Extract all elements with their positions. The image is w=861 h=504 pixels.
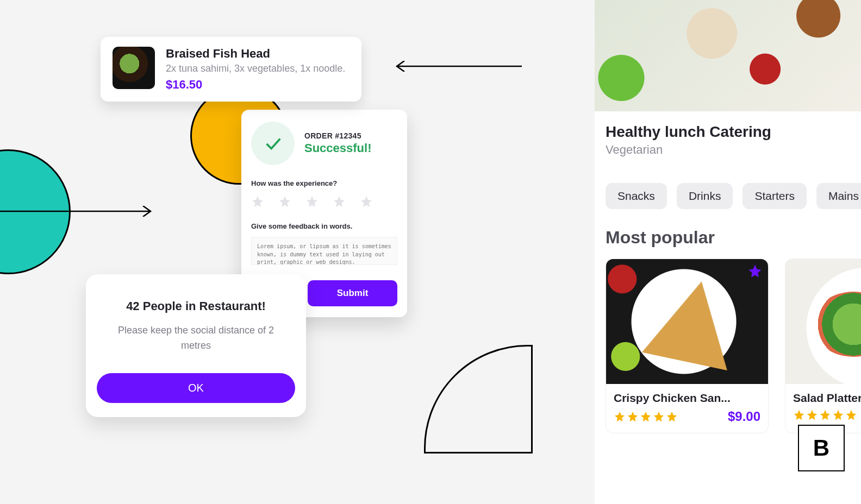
submit-button[interactable]: Submit: [308, 280, 397, 306]
star-icon[interactable]: [360, 195, 373, 208]
decorative-quarter-frame: [424, 345, 533, 453]
star-icon: [614, 411, 626, 423]
feedback-question-rating: How was the experience?: [251, 179, 397, 187]
star-icon: [666, 411, 678, 423]
star-icon: [653, 411, 665, 423]
order-number-label: ORDER #12345: [304, 131, 372, 140]
product-price: $9.00: [728, 409, 760, 424]
arrow-left-icon: [391, 61, 522, 72]
success-check-icon: [251, 122, 295, 165]
feedback-question-text: Give some feedback in words.: [251, 222, 397, 230]
category-chip-row: Snacks Drinks Starters Mains: [595, 170, 861, 209]
star-icon[interactable]: [305, 195, 319, 208]
ok-button[interactable]: OK: [97, 373, 295, 403]
store-subtitle: Vegetarian: [595, 143, 861, 170]
chip-starters[interactable]: Starters: [743, 183, 807, 209]
store-hero-image: [595, 0, 861, 111]
order-item-thumbnail: [113, 47, 155, 89]
chip-mains[interactable]: Mains: [816, 183, 861, 209]
product-name: Salad Platters: [785, 384, 861, 405]
order-item-title: Braised Fish Head: [166, 47, 345, 61]
star-icon[interactable]: [251, 195, 264, 208]
product-rating-stars: [793, 409, 857, 421]
star-icon: [640, 411, 652, 423]
chip-drinks[interactable]: Drinks: [677, 183, 733, 209]
chip-snacks[interactable]: Snacks: [606, 183, 667, 209]
product-rating-stars: [614, 411, 678, 423]
order-item-description: 2x tuna sahimi, 3x vegetables, 1x noodle…: [166, 63, 345, 74]
alert-title: 42 People in Restaurant!: [97, 299, 295, 313]
star-icon: [832, 409, 844, 421]
star-icon: [806, 409, 818, 421]
product-card[interactable]: Crispy Chicken San... $9.00: [606, 259, 769, 433]
star-icon[interactable]: [278, 195, 291, 208]
occupancy-alert: 42 People in Restaurant! Please keep the…: [86, 274, 306, 417]
arrow-right-icon: [0, 206, 158, 217]
order-item-price: $16.50: [166, 78, 345, 92]
order-status-text: Successful!: [304, 141, 372, 155]
product-card[interactable]: Salad Platters: [785, 259, 861, 433]
order-item-card[interactable]: Braised Fish Head 2x tuna sahimi, 3x veg…: [101, 37, 361, 102]
product-image: [785, 259, 861, 384]
alert-body: Please keep the social distance of 2 met…: [97, 323, 295, 354]
brand-letter: B: [813, 435, 829, 461]
product-name: Crispy Chicken San...: [606, 384, 768, 405]
star-icon: [793, 409, 805, 421]
star-icon[interactable]: [333, 195, 346, 208]
rating-stars[interactable]: [251, 195, 397, 208]
product-image: [606, 259, 768, 384]
feedback-textarea[interactable]: [251, 237, 397, 265]
section-header-most-popular: Most popular: [595, 209, 861, 248]
star-icon: [627, 411, 639, 423]
star-icon: [845, 409, 857, 421]
favorite-star-icon[interactable]: [747, 263, 763, 279]
store-title: Healthy lunch Catering: [595, 111, 861, 143]
star-icon: [819, 409, 831, 421]
brand-badge: B: [798, 425, 845, 471]
